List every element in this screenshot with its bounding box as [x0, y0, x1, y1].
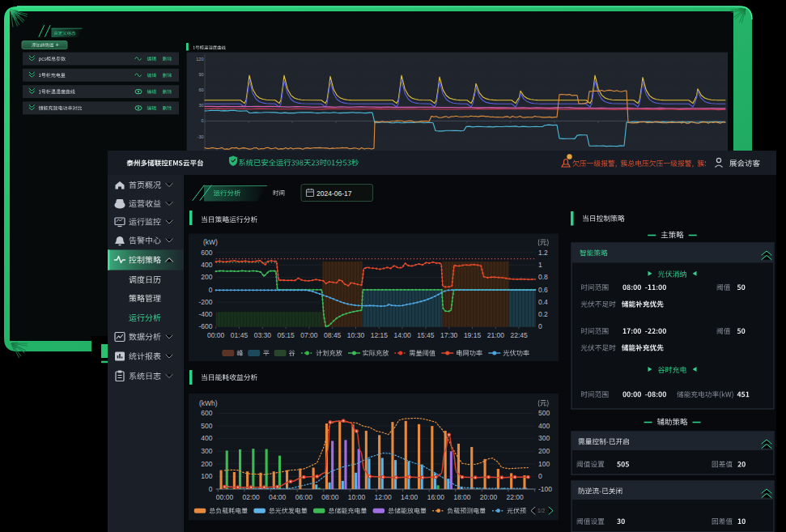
svg-text:(kWh): (kWh)	[199, 399, 218, 407]
svg-text:-100: -100	[538, 485, 552, 493]
svg-text:300: 300	[201, 447, 212, 455]
svg-text:400: 400	[538, 422, 550, 430]
svg-text:-200: -200	[198, 298, 212, 306]
svg-text:12:00: 12:00	[374, 493, 392, 501]
svg-text:1.2: 1.2	[538, 249, 548, 257]
svg-text:10:00: 10:00	[348, 493, 366, 501]
svg-text:90: 90	[198, 72, 203, 77]
svg-text:17:30: 17:30	[440, 331, 458, 339]
svg-text:0: 0	[201, 118, 203, 123]
svg-text:1/2: 1/2	[537, 508, 545, 513]
svg-text:100: 100	[201, 472, 212, 480]
svg-text:14:00: 14:00	[393, 331, 411, 339]
svg-text:00:00: 00:00	[207, 331, 225, 339]
svg-text:18:00: 18:00	[453, 493, 471, 501]
svg-text:07:00: 07:00	[300, 331, 318, 339]
svg-text:22:45: 22:45	[510, 331, 528, 339]
svg-text:400: 400	[201, 434, 212, 442]
svg-text:(kW): (kW)	[203, 238, 218, 246]
svg-text:500: 500	[201, 422, 212, 430]
svg-text:00:00: 00:00	[216, 493, 234, 501]
svg-text:0.2: 0.2	[538, 310, 548, 318]
svg-text:06:00: 06:00	[295, 493, 313, 501]
svg-text:20:00: 20:00	[480, 493, 498, 501]
svg-text:0: 0	[538, 472, 542, 480]
svg-text:02:00: 02:00	[242, 493, 260, 501]
svg-text:200: 200	[201, 273, 212, 281]
svg-text:0: 0	[209, 485, 213, 493]
svg-text:01:45: 01:45	[231, 331, 249, 339]
svg-text:0.8: 0.8	[538, 273, 548, 281]
svg-text:600: 600	[201, 249, 212, 257]
svg-text:120: 120	[196, 57, 203, 62]
svg-text:16:00: 16:00	[427, 493, 445, 501]
svg-text:30: 30	[198, 103, 203, 108]
svg-text:0.6: 0.6	[538, 286, 548, 294]
svg-text:-30: -30	[198, 134, 204, 139]
svg-text:12:15: 12:15	[371, 331, 389, 339]
svg-text:05:15: 05:15	[277, 331, 295, 339]
svg-text:03:30: 03:30	[254, 331, 272, 339]
svg-text:400: 400	[201, 261, 212, 269]
svg-text:0: 0	[209, 286, 213, 294]
svg-text:0.4: 0.4	[538, 298, 548, 306]
svg-text:600: 600	[201, 409, 212, 417]
svg-text:0: 0	[538, 322, 542, 330]
svg-text:10:30: 10:30	[347, 331, 365, 339]
svg-text:60: 60	[198, 87, 203, 92]
svg-text:200: 200	[201, 460, 212, 468]
svg-text:2024-06-17: 2024-06-17	[317, 189, 352, 198]
svg-text:500: 500	[538, 409, 550, 417]
svg-text:08:00: 08:00	[321, 493, 339, 501]
svg-text:-600: -600	[198, 322, 212, 330]
svg-text:15:45: 15:45	[417, 331, 435, 339]
svg-text:14:00: 14:00	[401, 493, 418, 501]
svg-text:100: 100	[538, 460, 550, 468]
svg-text:19:15: 19:15	[464, 331, 482, 339]
svg-text:08:45: 08:45	[324, 331, 342, 339]
svg-text:22:00: 22:00	[506, 493, 524, 501]
svg-text:300: 300	[538, 434, 550, 442]
svg-text:1: 1	[538, 261, 542, 269]
svg-text:04:00: 04:00	[269, 493, 287, 501]
svg-text:200: 200	[538, 447, 550, 455]
svg-text:-400: -400	[198, 310, 212, 318]
svg-text:21:00: 21:00	[487, 331, 505, 339]
svg-text:+: +	[56, 42, 59, 48]
